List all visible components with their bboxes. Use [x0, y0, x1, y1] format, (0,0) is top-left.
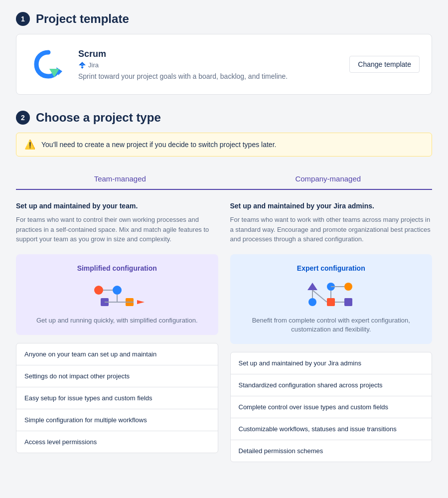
team-feature-3: Easy setup for issue types and custom fi…: [16, 387, 218, 409]
simplified-config-icon: [26, 279, 208, 309]
team-managed-column: Set up and maintained by your team. For …: [16, 202, 218, 462]
svg-rect-15: [327, 298, 335, 306]
expert-config-desc: Benefit from complete control with exper…: [240, 316, 423, 334]
template-source-text: Jira: [88, 61, 99, 69]
svg-rect-16: [344, 298, 352, 306]
template-source: Jira: [78, 61, 339, 69]
team-managed-heading: Set up and maintained by your team.: [16, 202, 218, 210]
company-feature-5: Detailed permission schemes: [231, 440, 432, 462]
warning-banner: ⚠️ You'll need to create a new project i…: [16, 133, 432, 157]
svg-point-13: [344, 283, 352, 291]
warning-icon: ⚠️: [24, 139, 35, 150]
simplified-config-desc: Get up and running quickly, with simplif…: [26, 316, 208, 325]
company-managed-column: Set up and maintained by your Jira admin…: [230, 202, 433, 462]
section2-header: 2 Choose a project type: [16, 111, 432, 125]
company-managed-features: Set up and maintained by your Jira admin…: [230, 352, 433, 462]
step2-circle: 2: [16, 111, 30, 125]
company-feature-3: Complete control over issue types and cu…: [231, 396, 432, 418]
svg-marker-10: [137, 300, 145, 304]
team-feature-1: Anyone on your team can set up and maint…: [16, 343, 218, 365]
company-feature-2: Standardized configuration shared across…: [231, 374, 432, 396]
expert-config-box[interactable]: Expert configuration: [230, 254, 433, 344]
expert-config-title: Expert configuration: [240, 264, 423, 272]
template-card: Scrum Jira Sprint: [16, 34, 432, 95]
team-feature-4: Simple configuration for multiple workfl…: [16, 409, 218, 431]
template-icon: [28, 44, 68, 84]
change-template-button[interactable]: Change template: [349, 56, 420, 73]
expert-config-icon: [240, 279, 423, 309]
step1-circle: 1: [16, 12, 30, 26]
template-name: Scrum: [78, 49, 339, 59]
tabs-container: Team-managed Company-managed: [16, 168, 432, 190]
svg-point-14: [308, 298, 316, 306]
svg-marker-11: [307, 283, 317, 290]
tab-company-managed[interactable]: Company-managed: [224, 168, 433, 190]
template-info: Scrum Jira Sprint: [78, 49, 339, 80]
project-type-columns: Set up and maintained by your team. For …: [16, 202, 432, 462]
section2: 2 Choose a project type ⚠️ You'll need t…: [16, 111, 432, 462]
company-feature-4: Customizable workflows, statuses and iss…: [231, 418, 432, 440]
simplified-config-box[interactable]: Simplified configuration: [16, 254, 218, 335]
team-feature-2: Settings do not impact other projects: [16, 365, 218, 387]
team-feature-5: Access level permissions: [16, 431, 218, 453]
section2-title: Choose a project type: [36, 111, 161, 125]
simplified-config-title: Simplified configuration: [26, 264, 208, 272]
warning-text: You'll need to create a new project if y…: [41, 141, 276, 149]
svg-point-3: [113, 286, 122, 295]
team-managed-desc: For teams who want to control their own …: [16, 215, 218, 244]
company-managed-desc: For teams who want to work with other te…: [230, 215, 433, 244]
tab-team-managed[interactable]: Team-managed: [16, 168, 224, 190]
company-managed-heading: Set up and maintained by your Jira admin…: [230, 202, 433, 210]
section1-header: 1 Project template: [16, 12, 432, 26]
template-description: Sprint toward your project goals with a …: [78, 72, 339, 80]
section1-title: Project template: [36, 12, 129, 26]
svg-point-2: [94, 286, 103, 295]
company-feature-1: Set up and maintained by your Jira admin…: [231, 352, 432, 374]
team-managed-features: Anyone on your team can set up and maint…: [16, 343, 218, 453]
